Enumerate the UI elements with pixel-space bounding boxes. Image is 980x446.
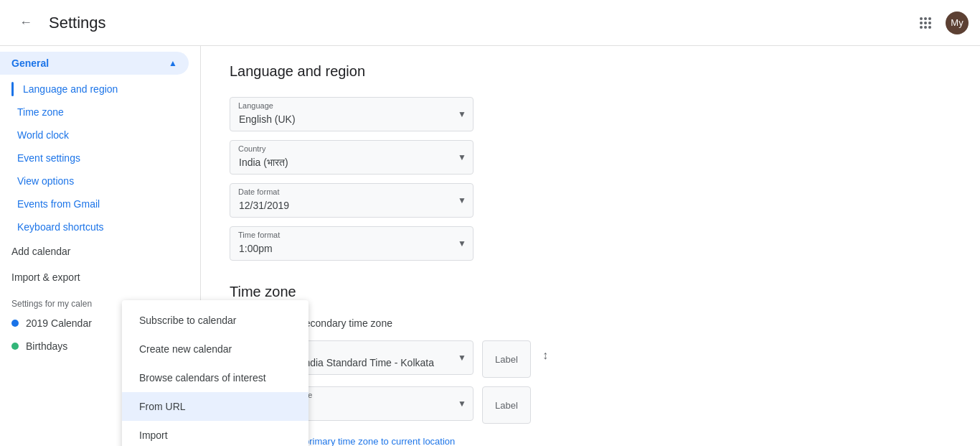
- sidebar-add-calendar[interactable]: Add calendar: [0, 238, 200, 264]
- country-select[interactable]: India (भारत): [230, 140, 473, 175]
- sidebar-item-world-clock[interactable]: World clock: [0, 124, 200, 147]
- country-field: Country India (भारत) ▼: [230, 140, 473, 175]
- date-format-field: Date format 12/31/2019 ▼: [230, 183, 473, 218]
- add-calendar-label: Add calendar: [11, 246, 71, 257]
- header: ← Settings My: [0, 0, 980, 46]
- date-format-select[interactable]: 12/31/2019: [230, 183, 473, 218]
- display-secondary-row: Display secondary time zone: [230, 317, 951, 329]
- sidebar-general-label: General: [11, 57, 49, 69]
- import-export-label: Import & export: [11, 271, 80, 283]
- sidebar-item-label: Events from Gmail: [17, 198, 100, 210]
- timezone-section: Time zone Display secondary time zone Pr…: [230, 284, 951, 446]
- back-button[interactable]: ←: [11, 9, 40, 37]
- language-field: Language English (UK) ▼: [230, 97, 473, 131]
- sidebar-item-keyboard-shortcuts[interactable]: Keyboard shortcuts: [0, 215, 200, 238]
- primary-tz-label-box[interactable]: Label: [482, 340, 531, 378]
- sidebar-item-label: World clock: [17, 129, 69, 141]
- sidebar-item-view-options[interactable]: View options: [0, 169, 200, 192]
- header-left: ← Settings: [11, 9, 106, 37]
- timezone-title: Time zone: [230, 284, 951, 300]
- sidebar-item-label: Language and region: [17, 83, 118, 95]
- calendar-label: 2019 Calendar: [26, 317, 92, 329]
- secondary-tz-label-box[interactable]: Label: [482, 386, 531, 424]
- avatar[interactable]: My: [946, 11, 969, 34]
- calendar-label: Birthdays: [26, 340, 67, 352]
- sidebar-item-language-region[interactable]: Language and region: [0, 78, 200, 101]
- chevron-up-icon: ▲: [169, 58, 177, 68]
- dropdown-menu: Subscribe to calendar Create new calenda…: [122, 300, 308, 446]
- sidebar-item-event-settings[interactable]: Event settings: [0, 147, 200, 169]
- page-title: Settings: [49, 14, 106, 32]
- primary-timezone-row: Primary time zone (GMT+05:30) India Stan…: [230, 340, 951, 378]
- dropdown-item-create-new[interactable]: Create new calendar: [122, 335, 308, 363]
- dropdown-item-from-url[interactable]: From URL: [122, 392, 308, 421]
- grid-icon: [920, 17, 931, 29]
- ask-update-row: Ask to update my primary time zone to cu…: [230, 435, 951, 446]
- sidebar-item-label: View options: [17, 175, 74, 187]
- sidebar-item-events-gmail[interactable]: Events from Gmail: [0, 192, 200, 215]
- main-content: Language and region Language English (UK…: [201, 46, 980, 446]
- calendar-color-dot: [11, 343, 19, 350]
- calendar-color-dot: [11, 320, 19, 327]
- sidebar-import-export[interactable]: Import & export: [0, 264, 200, 290]
- sidebar-item-label: Time zone: [17, 106, 64, 118]
- secondary-timezone-row: Secondary time zone Not selected ▼ Label: [230, 386, 951, 424]
- swap-timezones-button[interactable]: ↕: [540, 340, 551, 371]
- language-select[interactable]: English (UK): [230, 97, 473, 131]
- dropdown-item-import[interactable]: Import: [122, 421, 308, 446]
- sidebar-general-header[interactable]: General ▲: [0, 52, 189, 75]
- dropdown-item-subscribe[interactable]: Subscribe to calendar: [122, 306, 308, 335]
- sidebar-item-label: Keyboard shortcuts: [17, 221, 104, 233]
- language-region-title: Language and region: [230, 63, 951, 80]
- header-right: My: [911, 9, 969, 37]
- time-format-select[interactable]: 1:00pm: [230, 226, 473, 261]
- sidebar-item-time-zone[interactable]: Time zone: [0, 101, 200, 124]
- sidebar-item-label: Event settings: [17, 152, 80, 164]
- apps-button[interactable]: [911, 9, 940, 37]
- dropdown-item-browse[interactable]: Browse calendars of interest: [122, 363, 308, 392]
- time-format-field: Time format 1:00pm ▼: [230, 226, 473, 261]
